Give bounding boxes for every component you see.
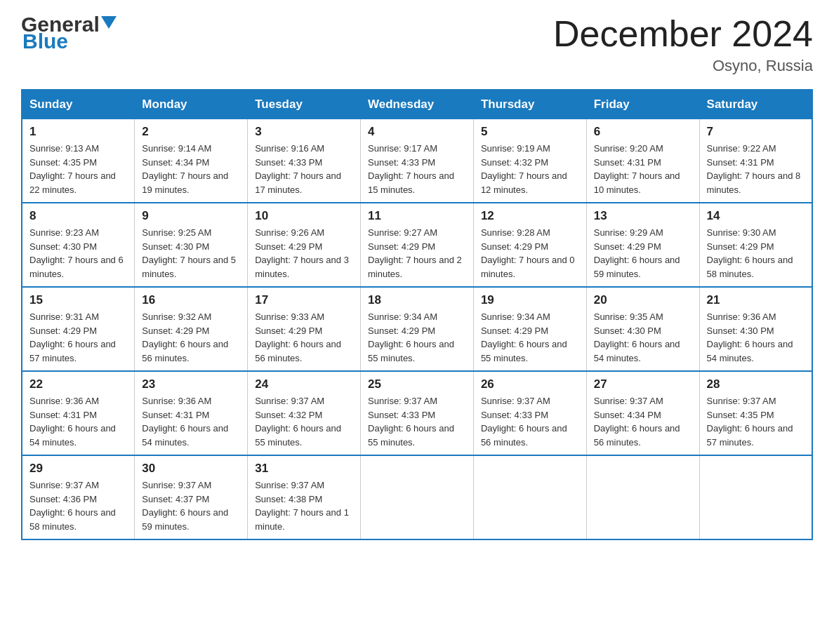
day-info: Sunrise: 9:28 AMSunset: 4:29 PMDaylight:… xyxy=(481,226,579,281)
col-thursday: Thursday xyxy=(473,90,586,119)
day-info: Sunrise: 9:36 AMSunset: 4:31 PMDaylight:… xyxy=(142,394,240,449)
table-row: 6Sunrise: 9:20 AMSunset: 4:31 PMDaylight… xyxy=(586,119,699,203)
day-info: Sunrise: 9:13 AMSunset: 4:35 PMDaylight:… xyxy=(29,142,127,196)
location: Osyno, Russia xyxy=(553,57,813,75)
table-row: 9Sunrise: 9:25 AMSunset: 4:30 PMDaylight… xyxy=(135,203,248,287)
day-info: Sunrise: 9:37 AMSunset: 4:37 PMDaylight:… xyxy=(142,478,240,533)
day-number: 22 xyxy=(29,377,127,391)
table-row: 22Sunrise: 9:36 AMSunset: 4:31 PMDayligh… xyxy=(22,371,135,455)
calendar-week-row: 22Sunrise: 9:36 AMSunset: 4:31 PMDayligh… xyxy=(22,371,812,455)
day-number: 9 xyxy=(142,209,240,223)
col-wednesday: Wednesday xyxy=(361,90,474,119)
day-number: 12 xyxy=(481,209,579,223)
table-row: 29Sunrise: 9:37 AMSunset: 4:36 PMDayligh… xyxy=(22,455,135,539)
table-row: 21Sunrise: 9:36 AMSunset: 4:30 PMDayligh… xyxy=(699,287,812,371)
table-row: 13Sunrise: 9:29 AMSunset: 4:29 PMDayligh… xyxy=(586,203,699,287)
day-number: 26 xyxy=(481,377,579,391)
table-row: 15Sunrise: 9:31 AMSunset: 4:29 PMDayligh… xyxy=(22,287,135,371)
day-info: Sunrise: 9:36 AMSunset: 4:31 PMDaylight:… xyxy=(29,394,127,449)
table-row: 8Sunrise: 9:23 AMSunset: 4:30 PMDaylight… xyxy=(22,203,135,287)
day-info: Sunrise: 9:37 AMSunset: 4:33 PMDaylight:… xyxy=(481,394,579,449)
day-number: 2 xyxy=(142,125,240,139)
table-row: 18Sunrise: 9:34 AMSunset: 4:29 PMDayligh… xyxy=(361,287,474,371)
day-number: 20 xyxy=(594,293,692,307)
day-info: Sunrise: 9:34 AMSunset: 4:29 PMDaylight:… xyxy=(368,310,466,365)
calendar-table: Sunday Monday Tuesday Wednesday Thursday… xyxy=(21,89,813,540)
table-row xyxy=(699,455,812,539)
table-row: 19Sunrise: 9:34 AMSunset: 4:29 PMDayligh… xyxy=(473,287,586,371)
table-row: 17Sunrise: 9:33 AMSunset: 4:29 PMDayligh… xyxy=(248,287,361,371)
calendar-week-row: 29Sunrise: 9:37 AMSunset: 4:36 PMDayligh… xyxy=(22,455,812,539)
table-row: 28Sunrise: 9:37 AMSunset: 4:35 PMDayligh… xyxy=(699,371,812,455)
col-monday: Monday xyxy=(135,90,248,119)
day-info: Sunrise: 9:33 AMSunset: 4:29 PMDaylight:… xyxy=(255,310,353,365)
table-row: 23Sunrise: 9:36 AMSunset: 4:31 PMDayligh… xyxy=(135,371,248,455)
table-row: 4Sunrise: 9:17 AMSunset: 4:33 PMDaylight… xyxy=(361,119,474,203)
day-info: Sunrise: 9:37 AMSunset: 4:33 PMDaylight:… xyxy=(368,394,466,449)
day-number: 25 xyxy=(368,377,466,391)
col-sunday: Sunday xyxy=(22,90,135,119)
title-area: December 2024 Osyno, Russia xyxy=(553,14,813,75)
day-number: 21 xyxy=(707,293,805,307)
calendar-week-row: 15Sunrise: 9:31 AMSunset: 4:29 PMDayligh… xyxy=(22,287,812,371)
table-row: 10Sunrise: 9:26 AMSunset: 4:29 PMDayligh… xyxy=(248,203,361,287)
table-row: 14Sunrise: 9:30 AMSunset: 4:29 PMDayligh… xyxy=(699,203,812,287)
day-number: 8 xyxy=(29,209,127,223)
day-number: 11 xyxy=(368,209,466,223)
day-info: Sunrise: 9:25 AMSunset: 4:30 PMDaylight:… xyxy=(142,226,240,281)
day-info: Sunrise: 9:23 AMSunset: 4:30 PMDaylight:… xyxy=(29,226,127,281)
day-info: Sunrise: 9:34 AMSunset: 4:29 PMDaylight:… xyxy=(481,310,579,365)
day-number: 14 xyxy=(707,209,805,223)
table-row: 7Sunrise: 9:22 AMSunset: 4:31 PMDaylight… xyxy=(699,119,812,203)
day-info: Sunrise: 9:37 AMSunset: 4:38 PMDaylight:… xyxy=(255,478,353,533)
day-info: Sunrise: 9:26 AMSunset: 4:29 PMDaylight:… xyxy=(255,226,353,281)
day-number: 5 xyxy=(481,125,579,139)
table-row: 20Sunrise: 9:35 AMSunset: 4:30 PMDayligh… xyxy=(586,287,699,371)
month-title: December 2024 xyxy=(553,14,813,54)
day-number: 10 xyxy=(255,209,353,223)
day-info: Sunrise: 9:20 AMSunset: 4:31 PMDaylight:… xyxy=(594,142,692,196)
day-info: Sunrise: 9:27 AMSunset: 4:29 PMDaylight:… xyxy=(368,226,466,281)
day-number: 29 xyxy=(29,462,127,476)
day-info: Sunrise: 9:22 AMSunset: 4:31 PMDaylight:… xyxy=(707,142,805,196)
day-info: Sunrise: 9:29 AMSunset: 4:29 PMDaylight:… xyxy=(594,226,692,281)
day-info: Sunrise: 9:37 AMSunset: 4:35 PMDaylight:… xyxy=(707,394,805,449)
day-number: 19 xyxy=(481,293,579,307)
day-number: 16 xyxy=(142,293,240,307)
table-row xyxy=(361,455,474,539)
table-row: 26Sunrise: 9:37 AMSunset: 4:33 PMDayligh… xyxy=(473,371,586,455)
day-number: 18 xyxy=(368,293,466,307)
day-info: Sunrise: 9:36 AMSunset: 4:30 PMDaylight:… xyxy=(707,310,805,365)
day-number: 24 xyxy=(255,377,353,391)
day-number: 23 xyxy=(142,377,240,391)
day-info: Sunrise: 9:37 AMSunset: 4:34 PMDaylight:… xyxy=(594,394,692,449)
table-row xyxy=(586,455,699,539)
svg-marker-0 xyxy=(101,16,117,29)
day-number: 6 xyxy=(594,125,692,139)
day-info: Sunrise: 9:31 AMSunset: 4:29 PMDaylight:… xyxy=(29,310,127,365)
day-number: 7 xyxy=(707,125,805,139)
day-number: 13 xyxy=(594,209,692,223)
day-number: 4 xyxy=(368,125,466,139)
day-number: 28 xyxy=(707,377,805,391)
day-number: 30 xyxy=(142,462,240,476)
table-row: 30Sunrise: 9:37 AMSunset: 4:37 PMDayligh… xyxy=(135,455,248,539)
day-number: 31 xyxy=(255,462,353,476)
table-row: 31Sunrise: 9:37 AMSunset: 4:38 PMDayligh… xyxy=(248,455,361,539)
table-row: 2Sunrise: 9:14 AMSunset: 4:34 PMDaylight… xyxy=(135,119,248,203)
table-row: 12Sunrise: 9:28 AMSunset: 4:29 PMDayligh… xyxy=(473,203,586,287)
col-friday: Friday xyxy=(586,90,699,119)
table-row: 5Sunrise: 9:19 AMSunset: 4:32 PMDaylight… xyxy=(473,119,586,203)
col-tuesday: Tuesday xyxy=(248,90,361,119)
day-number: 17 xyxy=(255,293,353,307)
logo: General Blue xyxy=(21,14,117,52)
day-info: Sunrise: 9:30 AMSunset: 4:29 PMDaylight:… xyxy=(707,226,805,281)
table-row: 16Sunrise: 9:32 AMSunset: 4:29 PMDayligh… xyxy=(135,287,248,371)
table-row: 1Sunrise: 9:13 AMSunset: 4:35 PMDaylight… xyxy=(22,119,135,203)
day-info: Sunrise: 9:32 AMSunset: 4:29 PMDaylight:… xyxy=(142,310,240,365)
table-row xyxy=(473,455,586,539)
page-header: General Blue December 2024 Osyno, Russia xyxy=(21,14,813,75)
table-row: 27Sunrise: 9:37 AMSunset: 4:34 PMDayligh… xyxy=(586,371,699,455)
day-number: 15 xyxy=(29,293,127,307)
table-row: 25Sunrise: 9:37 AMSunset: 4:33 PMDayligh… xyxy=(361,371,474,455)
